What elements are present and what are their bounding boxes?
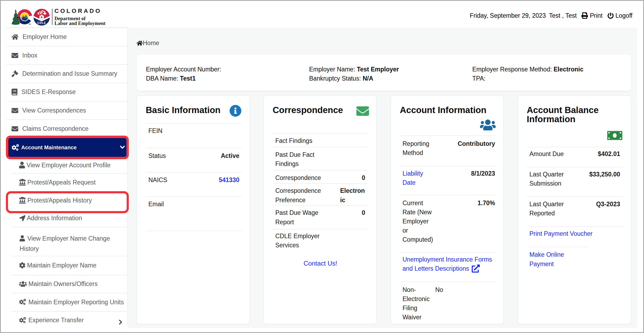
svg-text:CDLE: CDLE xyxy=(37,21,46,24)
svg-text:COLORADO: COLORADO xyxy=(54,8,102,14)
svg-text:Labor and Employment: Labor and Employment xyxy=(54,21,106,26)
svg-text:TM: TM xyxy=(28,23,31,25)
svg-text:Department of: Department of xyxy=(54,16,86,21)
